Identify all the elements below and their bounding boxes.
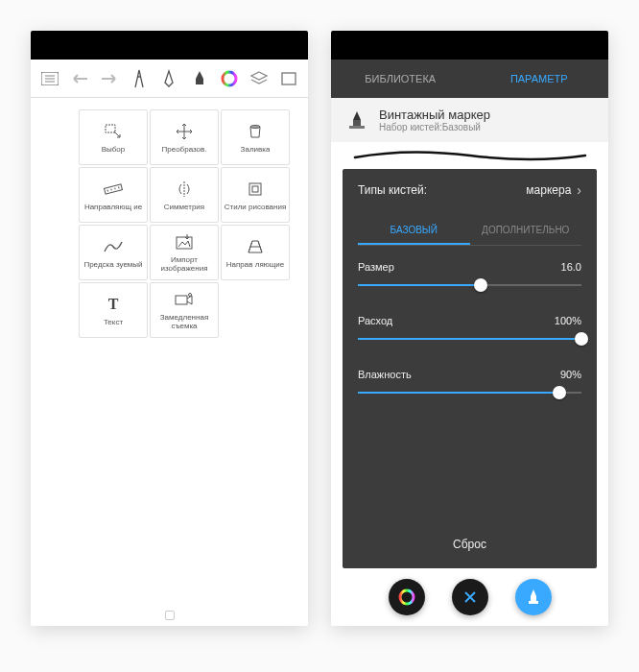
tool-label: Стили рисования [225,204,287,212]
svg-line-12 [119,186,120,188]
symmetry-icon [174,179,195,200]
svg-rect-14 [249,183,261,195]
tool-label: Текст [104,319,123,327]
brush-type-value: маркера [526,183,571,197]
tool-drawstyles[interactable]: Стили рисования [221,167,290,223]
svg-line-10 [111,188,112,190]
bucket-icon [245,121,266,142]
slider-flow[interactable]: Расход 100% [358,315,581,346]
dock-close-button[interactable] [452,579,488,615]
color-icon[interactable] [218,67,241,90]
reset-button[interactable]: Сброс [358,526,581,557]
tool-label: Симметрия [164,204,204,212]
tab-params[interactable]: ПАРАМЕТР [470,60,609,98]
dock-color-button[interactable] [389,579,425,615]
slider-name: Расход [358,315,392,326]
tab-library[interactable]: БИБЛИОТЕКА [331,60,470,98]
tool-label: Направ ляющие [226,261,284,270]
slider-size[interactable]: Размер 16.0 [358,261,581,292]
fullscreen-icon[interactable] [277,67,300,90]
status-bar [31,31,308,60]
import-icon [174,231,195,252]
tool-transform[interactable]: Преобразов. [150,109,219,165]
phone-left: Выбор Преобразов. Заливка Направляющ ие … [31,31,308,626]
brush-thumb-icon [344,108,369,132]
dock-brush-button[interactable] [515,579,552,615]
undo-icon[interactable] [68,67,91,90]
subtab-advanced[interactable]: ДОПОЛНИТЕЛЬНО [470,217,582,245]
svg-line-11 [115,187,116,189]
svg-line-9 [107,189,108,191]
tool-text[interactable]: T Текст [79,282,148,338]
text-icon: T [103,294,124,315]
tool-import-image[interactable]: Импорт изображения [150,225,219,280]
layers-icon[interactable] [248,67,271,90]
tool-perspective[interactable]: Направ ляющие [221,225,290,280]
home-indicator [31,611,308,620]
move-icon [174,121,195,142]
stroke-preview [331,142,608,169]
svg-rect-6 [106,125,115,132]
bottom-dock [331,568,608,626]
svg-point-18 [189,294,192,297]
tool-predictive[interactable]: Предска зуемый [79,225,148,280]
svg-rect-17 [176,296,187,304]
tool-label: Преобразов. [162,146,207,155]
guides-icon [103,179,124,200]
tool-guides[interactable]: Направляющ ие [79,167,148,223]
tool-label: Предска зуемый [83,261,142,270]
brush-type-row[interactable]: Типы кистей: маркера › [358,182,581,207]
svg-rect-8 [105,183,123,193]
perspective-icon [245,236,266,257]
phone-right: БИБЛИОТЕКА ПАРАМЕТР Винтажный маркер Наб… [331,31,608,626]
top-tabs: БИБЛИОТЕКА ПАРАМЕТР [331,60,608,98]
tool-fill[interactable]: Заливка [221,109,290,165]
svg-rect-20 [349,126,365,129]
tool-label: Заливка [241,146,271,155]
params-panel: Типы кистей: маркера › БАЗОВЫЙ ДОПОЛНИТЕ… [343,169,597,568]
slider-value: 16.0 [561,261,581,273]
brush-title: Винтажный маркер [379,108,490,122]
subtab-basic[interactable]: БАЗОВЫЙ [358,217,470,245]
slider-track[interactable] [358,332,581,346]
svg-rect-15 [252,186,258,192]
list-icon[interactable] [38,67,61,90]
svg-rect-19 [353,120,361,126]
tool-label: Замедленная съемка [152,314,217,331]
slider-value: 90% [560,369,581,380]
redo-icon[interactable] [98,67,121,90]
slider-name: Размер [358,261,394,273]
svg-rect-5 [282,73,296,84]
drawstyle-icon [245,179,266,200]
sub-tabs: БАЗОВЫЙ ДОПОЛНИТЕЛЬНО [358,217,581,246]
brush-subtitle: Набор кистей:Базовый [379,122,490,132]
slider-track[interactable] [358,386,581,399]
chevron-right-icon: › [577,182,581,198]
timelapse-icon [174,289,195,310]
tool-label: Выбор [102,146,126,155]
brush-type-label: Типы кистей: [358,183,427,197]
slider-value: 100% [555,315,581,326]
status-bar [331,31,608,60]
ruler-icon[interactable] [128,67,151,90]
top-toolbar [31,60,308,98]
tool-select[interactable]: Выбор [79,109,148,165]
svg-point-21 [400,590,414,604]
tool-timelapse[interactable]: Замедленная съемка [150,282,219,338]
brush-tip-icon[interactable] [188,67,211,90]
tool-label: Направляющ ие [84,204,142,212]
select-icon [103,121,124,142]
slider-name: Влажность [358,369,412,380]
pen-icon[interactable] [157,67,180,90]
brush-header[interactable]: Винтажный маркер Набор кистей:Базовый [331,98,608,142]
curve-icon [103,236,124,257]
slider-track[interactable] [358,278,581,292]
slider-wetness[interactable]: Влажность 90% [358,369,581,399]
svg-point-4 [223,72,236,85]
tool-symmetry[interactable]: Симметрия [150,167,219,223]
tools-grid: Выбор Преобразов. Заливка Направляющ ие … [59,98,308,349]
tool-label: Импорт изображения [152,256,217,274]
